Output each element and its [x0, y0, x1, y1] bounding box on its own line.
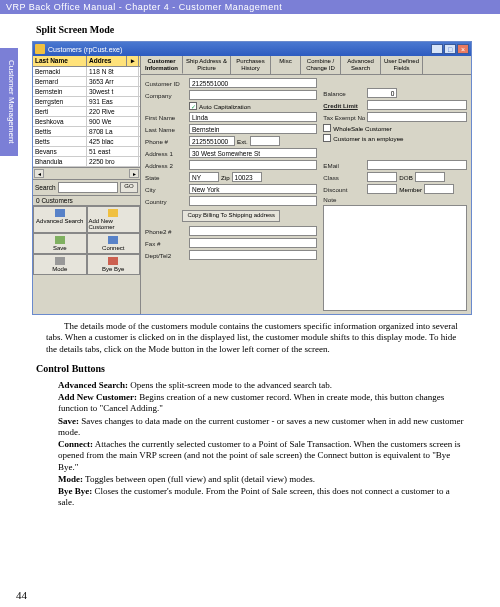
- col-arrow[interactable]: ▸: [127, 56, 139, 66]
- note-label: Note: [323, 196, 365, 203]
- country-label: Country: [145, 198, 187, 205]
- window-title: Customers (rpCust.exe): [48, 46, 431, 53]
- search-input[interactable]: [58, 182, 118, 193]
- lastname-field[interactable]: Bernstein: [189, 124, 317, 134]
- state-field[interactable]: NY: [189, 172, 219, 182]
- section-split-screen: Split Screen Mode: [36, 24, 476, 35]
- city-label: City: [145, 186, 187, 193]
- go-button[interactable]: GO: [120, 182, 138, 193]
- class-field[interactable]: [367, 172, 397, 182]
- firstname-field[interactable]: Linda: [189, 112, 317, 122]
- list-item: Bettis8708 La: [33, 127, 140, 137]
- address2-label: Address 2: [145, 162, 187, 169]
- dob-field[interactable]: [415, 172, 445, 182]
- tab-purchases[interactable]: Purchases History: [231, 56, 271, 74]
- copy-billing-button[interactable]: Copy Billing To Shipping address: [182, 210, 280, 222]
- exit-icon: [108, 257, 118, 265]
- discount-field[interactable]: [367, 184, 397, 194]
- tab-ship-address[interactable]: Ship Address & Picture: [183, 56, 231, 74]
- firstname-label: First Name: [145, 114, 187, 121]
- member-field[interactable]: [424, 184, 454, 194]
- zip-field[interactable]: 10023: [232, 172, 262, 182]
- employee-checkbox[interactable]: [323, 134, 331, 142]
- customers-window: Customers (rpCust.exe) _ □ × Last Name A…: [32, 41, 472, 315]
- minimize-button[interactable]: _: [431, 44, 443, 54]
- list-item: Bernard3653 Arr: [33, 77, 140, 87]
- customer-id-label: Customer ID: [145, 80, 187, 87]
- employee-label: Customer is an employee: [333, 135, 403, 142]
- email-field[interactable]: [367, 160, 467, 170]
- section-control-buttons: Control Buttons: [36, 363, 476, 374]
- address2-field[interactable]: [189, 160, 317, 170]
- dept-label: Dept/Tel2: [145, 252, 187, 259]
- balance-label: Balance: [323, 90, 365, 97]
- connect-icon: [108, 236, 118, 244]
- save-button[interactable]: Save: [33, 233, 87, 254]
- credit-limit-field[interactable]: [367, 100, 467, 110]
- para-details-mode: The details mode of the customers module…: [46, 321, 468, 355]
- customer-id-field[interactable]: 2125551000: [189, 78, 317, 88]
- list-item: Betts425 blac: [33, 137, 140, 147]
- detail-tabs: Customer Information Ship Address & Pict…: [141, 56, 471, 75]
- wholesale-checkbox[interactable]: [323, 124, 331, 132]
- note-field[interactable]: [323, 205, 467, 311]
- phone2-label: Phone2 #: [145, 228, 187, 235]
- fax-field[interactable]: [189, 238, 317, 248]
- tax-exempt-field[interactable]: [367, 112, 467, 122]
- list-scrollbar[interactable]: ◂ ▸: [33, 168, 140, 180]
- autocap-checkbox[interactable]: ✓: [189, 102, 197, 110]
- customer-list-pane: Last Name Addres ▸ Bernacki118 N 8t Bern…: [33, 56, 141, 314]
- phone-label: Phone #: [145, 138, 187, 145]
- country-field[interactable]: [189, 196, 317, 206]
- address1-field[interactable]: 30 West Somewhere St: [189, 148, 317, 158]
- member-label: Member: [399, 186, 422, 193]
- app-icon: [35, 44, 45, 54]
- advanced-search-button[interactable]: Advanced Search: [33, 206, 87, 233]
- maximize-button[interactable]: □: [444, 44, 456, 54]
- customer-count: 0 Customers: [33, 196, 140, 205]
- scroll-right-icon[interactable]: ▸: [129, 169, 139, 178]
- add-new-customer-button[interactable]: Add New Customer: [87, 206, 141, 233]
- class-label: Class: [323, 174, 365, 181]
- fax-label: Fax #: [145, 240, 187, 247]
- search-icon: [55, 209, 65, 217]
- tab-adv-search[interactable]: Advanced Search: [341, 56, 381, 74]
- add-icon: [108, 209, 118, 217]
- phone-field[interactable]: 2125551000: [189, 136, 235, 146]
- tab-customer-info[interactable]: Customer Information: [141, 56, 183, 74]
- city-field[interactable]: New York: [189, 184, 317, 194]
- bye-bye-button[interactable]: Bye Bye: [87, 254, 141, 275]
- ext-field[interactable]: [250, 136, 280, 146]
- manual-header: VRP Back Office Manual - Chapter 4 - Cus…: [0, 0, 500, 14]
- close-button[interactable]: ×: [457, 44, 469, 54]
- list-item: Bevans51 east: [33, 147, 140, 157]
- customer-list[interactable]: Bernacki118 N 8t Bernard3653 Arr Bernste…: [33, 67, 140, 168]
- wholesale-label: WholeSale Customer: [333, 125, 391, 132]
- connect-button[interactable]: Connect: [87, 233, 141, 254]
- scroll-left-icon[interactable]: ◂: [34, 169, 44, 178]
- address1-label: Address 1: [145, 150, 187, 157]
- mode-button[interactable]: Mode: [33, 254, 87, 275]
- dept-field[interactable]: [189, 250, 317, 260]
- tab-combine[interactable]: Combine / Change ID: [301, 56, 341, 74]
- disk-icon: [55, 236, 65, 244]
- col-address[interactable]: Addres: [87, 56, 127, 66]
- list-item: Bernstein30west t: [33, 87, 140, 97]
- list-item: Bhandula2250 bro: [33, 157, 140, 167]
- company-field[interactable]: [189, 90, 317, 100]
- tab-user-fields[interactable]: User Defined Fields: [381, 56, 423, 74]
- list-item: Bernacki118 N 8t: [33, 67, 140, 77]
- list-header: Last Name Addres ▸: [33, 56, 140, 67]
- autocap-label: Auto Capitalization: [199, 103, 251, 110]
- credit-limit-label: Credit Limit: [323, 102, 365, 109]
- control-button-defs: Advanced Search: Opens the split-screen …: [58, 380, 468, 509]
- tab-misc[interactable]: Misc: [271, 56, 301, 74]
- zip-label: Zip: [221, 174, 230, 181]
- balance-field[interactable]: 0: [367, 88, 397, 98]
- col-lastname[interactable]: Last Name: [33, 56, 87, 66]
- tax-exempt-label: Tax Exempt No: [323, 114, 365, 121]
- list-item: Berti220 Rive: [33, 107, 140, 117]
- side-tab-customer-mgmt: Customer Management: [0, 48, 18, 156]
- page-number: 44: [16, 589, 27, 601]
- phone2-field[interactable]: [189, 226, 317, 236]
